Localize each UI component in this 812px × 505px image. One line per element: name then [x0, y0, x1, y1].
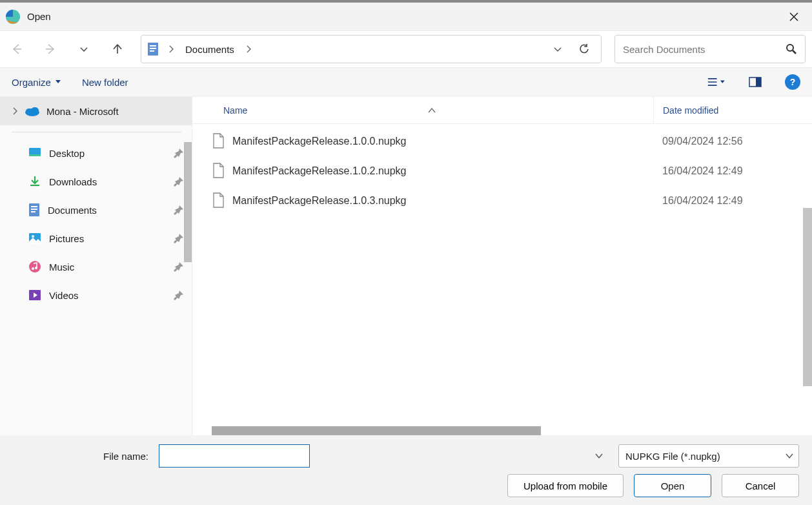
pin-icon [174, 176, 184, 187]
svg-rect-7 [756, 77, 761, 87]
pin-icon [174, 233, 184, 243]
sidebar-root-label: Mona - Microsoft [46, 106, 119, 117]
column-name[interactable]: Name [212, 105, 653, 116]
pin-icon [174, 148, 184, 158]
chevron-down-icon [595, 453, 603, 459]
downloads-icon [28, 175, 41, 188]
file-row[interactable]: ManifestPackageRelease.1.0.2.nupkg 16/04… [192, 156, 812, 186]
address-bar[interactable]: Documents [141, 35, 602, 63]
pin-icon [174, 205, 184, 215]
onedrive-icon [25, 106, 40, 116]
svg-rect-12 [29, 154, 41, 156]
svg-rect-14 [31, 206, 37, 207]
sidebar-item-music[interactable]: Music [0, 252, 192, 281]
window-title: Open [27, 11, 51, 22]
svg-point-5 [787, 45, 793, 51]
address-dropdown[interactable] [548, 38, 567, 60]
chevron-down-icon [786, 453, 793, 459]
pictures-icon [28, 232, 41, 244]
open-button[interactable]: Open [634, 474, 711, 497]
chevron-right-icon [12, 107, 18, 115]
documents-icon [28, 203, 40, 217]
divider [12, 132, 181, 132]
svg-rect-3 [150, 48, 156, 49]
pin-icon [174, 262, 184, 272]
search-icon [786, 43, 797, 55]
navbar: Documents [0, 31, 812, 67]
forward-button[interactable] [40, 39, 61, 59]
edge-icon [5, 9, 21, 25]
view-options-button[interactable] [707, 73, 726, 91]
content-horizontal-scrollbar[interactable] [212, 426, 803, 435]
back-button[interactable] [6, 39, 27, 59]
filetype-select[interactable]: NUPKG File (*.nupkg) [618, 444, 799, 468]
sidebar-item-videos[interactable]: Videos [0, 281, 192, 309]
file-icon [212, 133, 226, 150]
caret-down-icon [720, 79, 726, 85]
open-dialog: Open Documents [0, 0, 812, 505]
caret-down-icon [55, 79, 61, 85]
search-input[interactable] [623, 44, 786, 55]
svg-point-18 [32, 235, 34, 238]
file-row[interactable]: ManifestPackageRelease.1.0.3.nupkg 16/04… [192, 186, 812, 216]
up-button[interactable] [107, 39, 128, 59]
desktop-icon [28, 147, 41, 159]
sidebar-root[interactable]: Mona - Microsoft [0, 97, 192, 125]
upload-from-mobile-button[interactable]: Upload from mobile [507, 474, 624, 497]
svg-rect-2 [150, 45, 156, 46]
svg-rect-15 [31, 209, 37, 210]
svg-point-19 [29, 261, 41, 273]
new-folder-button[interactable]: New folder [82, 77, 128, 88]
footer: File name: NUPKG File (*.nupkg) Upload f… [0, 435, 812, 505]
sidebar-item-desktop[interactable]: Desktop [0, 139, 192, 167]
sidebar-item-pictures[interactable]: Pictures [0, 224, 192, 252]
preview-pane-button[interactable] [746, 73, 764, 91]
search-box[interactable] [614, 35, 806, 63]
document-icon [147, 41, 161, 57]
cancel-button[interactable]: Cancel [722, 474, 799, 497]
sidebar-scrollbar[interactable] [184, 142, 192, 262]
filename-label: File name: [13, 451, 148, 462]
refresh-button[interactable] [573, 37, 596, 61]
file-icon [212, 192, 226, 209]
svg-rect-4 [150, 50, 154, 52]
file-list: ManifestPackageRelease.1.0.0.nupkg 09/04… [192, 124, 812, 435]
filename-input[interactable] [159, 444, 310, 468]
videos-icon [28, 289, 41, 301]
chevron-right-icon [166, 45, 176, 53]
svg-point-21 [35, 267, 37, 269]
file-row[interactable]: ManifestPackageRelease.1.0.0.nupkg 09/04… [192, 127, 812, 156]
file-content: Name Date modified ManifestPackageReleas… [192, 97, 812, 435]
file-icon [212, 163, 226, 180]
close-button[interactable] [781, 4, 807, 30]
recent-locations-button[interactable] [74, 39, 94, 59]
sidebar: Mona - Microsoft Desktop Downloads Docum… [0, 97, 192, 435]
body: Mona - Microsoft Desktop Downloads Docum… [0, 97, 812, 435]
toolbar: Organize New folder ? [0, 67, 812, 97]
svg-point-20 [32, 267, 34, 270]
svg-point-10 [31, 107, 39, 114]
music-icon [28, 260, 41, 273]
help-button[interactable]: ? [785, 74, 800, 90]
chevron-right-icon [243, 45, 254, 53]
organize-button[interactable]: Organize [12, 77, 61, 88]
pin-icon [174, 290, 184, 300]
column-headers: Name Date modified [192, 97, 812, 124]
svg-rect-16 [31, 211, 36, 212]
titlebar: Open [0, 3, 812, 31]
sidebar-item-documents[interactable]: Documents [0, 196, 192, 224]
content-vertical-scrollbar[interactable] [803, 208, 812, 386]
sidebar-item-downloads[interactable]: Downloads [0, 167, 192, 196]
breadcrumb-documents[interactable]: Documents [181, 41, 238, 57]
sort-asc-icon [428, 108, 436, 113]
column-date-modified[interactable]: Date modified [653, 97, 812, 123]
